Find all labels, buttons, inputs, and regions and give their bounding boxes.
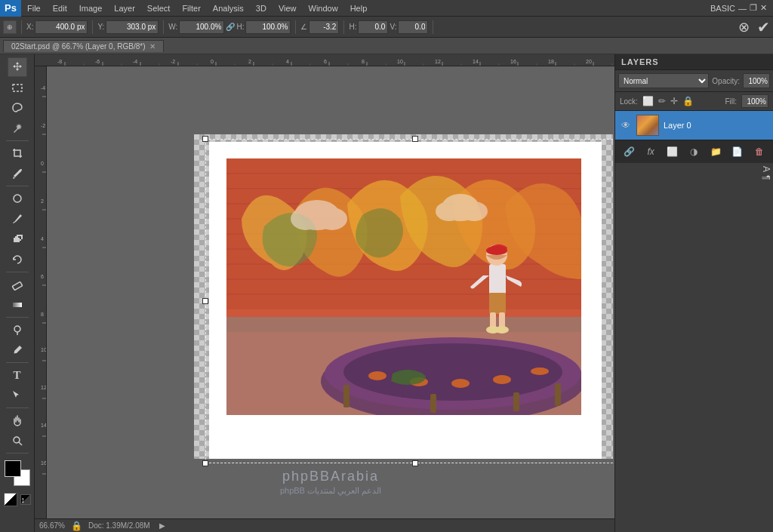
document-tab[interactable]: 02Start.psd @ 66.7% (Layer 0, RGB/8*) ✕ [3,40,164,52]
scroll-right-button[interactable]: ▶ [159,521,165,530]
svg-text:4: 4 [286,59,289,64]
opacity-input[interactable] [743,73,770,88]
svg-text:10: 10 [41,347,47,352]
move-tool[interactable] [8,57,27,77]
hskew-input[interactable] [358,20,388,34]
angle-group: ∠ [300,20,344,34]
options-bar: ⊕ X: Y: W: 🔗 H: ∠ H: V: ⊗ ✔ [0,17,773,38]
lasso-tool[interactable] [8,98,27,118]
h-input[interactable] [245,20,291,34]
restore-button[interactable]: ❐ [750,3,757,13]
eraser-tool[interactable] [8,275,27,294]
magic-wand-tool[interactable] [8,118,27,138]
spot-heal-tool[interactable] [8,189,27,208]
lock-pixels-icon[interactable]: ✏ [658,96,666,106]
foreground-color[interactable] [5,460,21,477]
layer-delete-button[interactable]: 🗑 [751,143,768,160]
transform-handle-ml[interactable] [202,298,208,304]
transform-handle-tl[interactable] [202,136,208,142]
menu-file[interactable]: File [21,2,47,14]
canvas-scroll[interactable]: phpBBArabia phpBB الدعم العربي لمنتديات [47,66,614,518]
w-input[interactable] [179,20,224,34]
vskew-input[interactable] [398,20,428,34]
svg-text:18: 18 [548,59,554,64]
menu-3d[interactable]: 3D [250,2,273,14]
toolbar: T ↕ [0,54,35,532]
angle-input[interactable] [309,20,339,34]
history-brush-tool[interactable] [8,250,27,269]
lock-position-icon[interactable]: ✛ [670,96,678,106]
tab-close-button[interactable]: ✕ [149,42,156,51]
doc-info: Doc: 1.39M/2.08M [88,521,150,530]
svg-text:-8: -8 [57,59,62,64]
eyedropper-tool[interactable] [8,164,27,183]
path-select-tool[interactable] [8,386,27,405]
layers-lock-row: Lock: ⬜ ✏ ✛ 🔒 Fill: [615,92,773,111]
menu-analysis[interactable]: Analysis [207,2,250,14]
tool-divider-2 [6,186,29,186]
y-position-group: Y: [97,20,164,34]
menu-layer[interactable]: Layer [108,2,141,14]
blend-mode-select[interactable]: Normal [618,73,709,88]
svg-text:16: 16 [510,59,516,64]
main-area: T ↕ -8 -6 -4 [0,54,773,532]
right-mini-panel: A ¶ [614,163,773,532]
menu-filter[interactable]: Filter [176,2,206,14]
menu-view[interactable]: View [273,2,303,14]
svg-point-5 [14,352,15,354]
marquee-rect-tool[interactable] [8,78,27,97]
default-colors-button[interactable] [4,493,17,506]
transform-handle-tm[interactable] [412,136,418,142]
transform-handle-bm[interactable] [412,460,418,466]
lock-transparency-icon[interactable]: ⬜ [642,96,654,106]
layer-visibility-toggle[interactable]: 👁 [620,119,632,131]
menu-window[interactable]: Window [303,2,344,14]
menu-edit[interactable]: Edit [47,2,73,14]
angle-label: ∠ [300,23,307,31]
hand-tool[interactable] [8,411,27,430]
layer-mask-button[interactable]: ⬜ [664,143,681,160]
y-input[interactable] [106,20,159,34]
transform-handle-bl[interactable] [202,460,208,466]
svg-point-4 [14,326,20,332]
svg-text:0: 0 [211,59,214,64]
tool-divider-4 [6,317,29,318]
mini-panel-para[interactable]: ¶ [761,175,771,180]
crop-tool[interactable] [8,143,27,163]
brush-tool[interactable] [8,209,27,229]
switch-colors-button[interactable]: ↕ [20,494,31,505]
gradient-tool[interactable] [8,295,27,315]
ref-point-icon[interactable]: ⊕ [3,20,17,34]
close-button[interactable]: ✕ [760,3,767,13]
layer-item[interactable]: 👁 Layer 0 [615,111,773,140]
pen-tool[interactable] [8,340,27,360]
canvas-area: -8 -6 -4 -2 0 2 4 6 8 10 12 14 16 18 20 [35,54,614,532]
zoom-tool[interactable] [8,431,27,451]
tool-divider-5 [6,362,29,363]
tool-divider-3 [6,272,29,272]
mini-panel-a[interactable]: A [761,166,771,172]
type-tool[interactable]: T [8,365,27,385]
layer-new-button[interactable]: 📄 [729,143,746,160]
minimize-button[interactable]: — [738,4,747,13]
color-selector[interactable] [5,460,30,486]
link-wh-icon[interactable]: 🔗 [226,23,235,31]
svg-text:2: 2 [248,59,251,64]
svg-text:-2: -2 [171,59,175,64]
lock-all-icon[interactable]: 🔒 [682,96,694,106]
layer-group-button[interactable]: 📁 [707,143,724,160]
dodge-tool[interactable] [8,320,27,340]
layer-adjustment-button[interactable]: ◑ [685,143,702,160]
menu-image[interactable]: Image [73,2,109,14]
layer-fx-button[interactable]: fx [642,143,659,160]
menu-select[interactable]: Select [141,2,177,14]
menu-help[interactable]: Help [344,2,374,14]
layer-link-button[interactable]: 🔗 [621,143,637,160]
svg-rect-113 [226,158,581,415]
x-input[interactable] [35,20,88,34]
cancel-transform-button[interactable]: ⊗ [738,19,750,35]
fill-input[interactable] [741,94,768,108]
commit-transform-button[interactable]: ✔ [757,18,770,36]
clone-tool[interactable] [8,229,27,249]
layers-footer: 🔗 fx ⬜ ◑ 📁 📄 🗑 [615,140,773,163]
